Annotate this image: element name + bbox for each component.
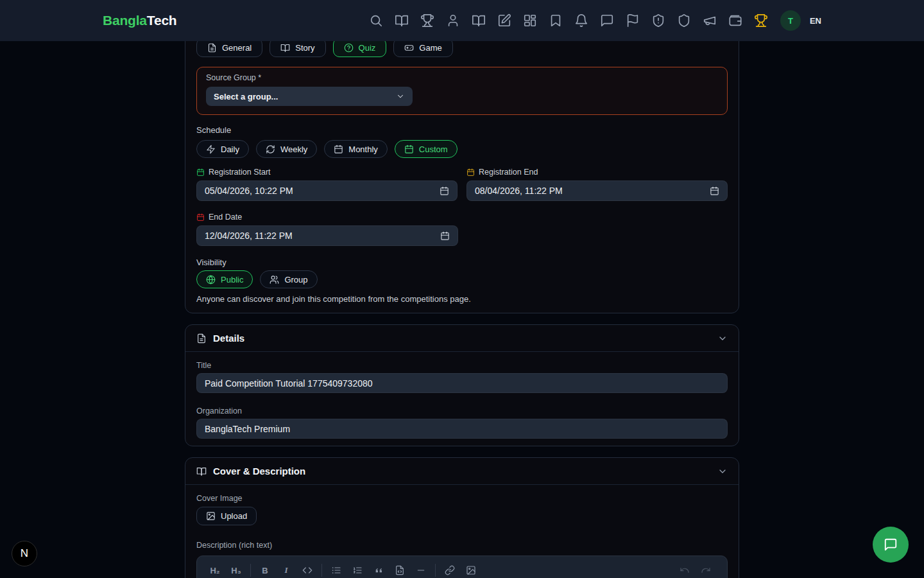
chevron-down-icon[interactable] <box>717 333 728 344</box>
toolbar-heading2-button[interactable]: H₂ <box>206 561 224 578</box>
avatar[interactable]: T <box>780 10 801 31</box>
shield-alert-icon <box>651 13 665 28</box>
nav-shield-alert-button[interactable] <box>651 13 666 28</box>
toolbar-separator <box>250 564 251 577</box>
brand-logo[interactable]: BanglaTech <box>103 13 176 28</box>
details-card-header[interactable]: Details <box>185 325 739 352</box>
layout-dashboard-icon <box>523 13 537 28</box>
horizontal-rule-icon <box>416 565 426 575</box>
end-date-input[interactable]: 12/04/2026, 11:22 PM <box>196 225 458 246</box>
shield-icon <box>677 13 691 28</box>
schedule-custom-button[interactable]: Custom <box>395 140 458 158</box>
language-switcher[interactable]: EN <box>810 16 821 26</box>
nav-book-open-button[interactable] <box>471 13 486 28</box>
registration-start-label: Registration Start <box>209 168 271 177</box>
cover-card-header[interactable]: Cover & Description <box>185 458 739 485</box>
details-section-title: Details <box>213 333 244 344</box>
date-picker-icon[interactable] <box>440 186 449 196</box>
calendar-icon <box>466 168 475 177</box>
nextjs-dev-badge[interactable]: N <box>12 541 37 566</box>
visibility-group-button[interactable]: Group <box>260 270 317 288</box>
toolbar-code-button[interactable] <box>298 561 316 578</box>
nav-message-square-button[interactable] <box>599 13 615 28</box>
toolbar-history-group <box>676 561 718 578</box>
toolbar-link-button[interactable] <box>441 561 459 578</box>
nav-shield-button[interactable] <box>676 13 692 28</box>
upload-button-label: Upload <box>221 511 247 521</box>
nav-search-button[interactable] <box>368 13 384 28</box>
source-group-select[interactable]: Select a group... <box>206 87 413 106</box>
nav-trophy-button[interactable] <box>420 13 435 28</box>
nav-layout-dashboard-button[interactable] <box>522 13 538 28</box>
toolbar-ordered-list-button[interactable] <box>348 561 366 578</box>
registration-end-label: Registration End <box>479 168 538 177</box>
nav-flag-button[interactable] <box>625 13 640 28</box>
schedule-options: Daily Weekly Monthly Custom <box>196 140 728 158</box>
nav-user-button[interactable] <box>445 13 461 28</box>
visibility-group-label: Group <box>284 275 307 285</box>
toolbar-file-code-button[interactable] <box>391 561 409 578</box>
toolbar-image-button[interactable] <box>462 561 480 578</box>
toolbar-heading3-button[interactable]: H₃ <box>227 561 245 578</box>
toolbar-quote-button[interactable] <box>370 561 388 578</box>
app-header: BanglaTech T EN <box>0 0 924 41</box>
refresh-icon <box>266 144 275 154</box>
nav-megaphone-button[interactable] <box>702 13 717 28</box>
details-card: Details Title Paid Competition Tutorial … <box>185 324 739 446</box>
bell-icon <box>574 13 588 28</box>
header-nav <box>358 13 769 28</box>
registration-end-value: 08/04/2026, 11:22 PM <box>475 186 563 196</box>
date-picker-icon[interactable] <box>710 186 719 196</box>
editor-toolbar: H₂H₃BI <box>197 556 727 578</box>
toolbar-separator <box>435 564 436 577</box>
toolbar-bullet-list-button[interactable] <box>327 561 345 578</box>
calendar-icon <box>196 168 205 177</box>
book-open-icon <box>280 43 290 53</box>
undo-icon <box>680 565 690 575</box>
visibility-options: Public Group <box>196 270 728 288</box>
cover-section-title: Cover & Description <box>213 466 305 477</box>
description-label: Description (rich text) <box>196 541 728 550</box>
date-picker-icon[interactable] <box>440 231 450 241</box>
upload-button[interactable]: Upload <box>196 507 257 525</box>
schedule-weekly-button[interactable]: Weekly <box>256 140 317 158</box>
schedule-daily-button[interactable]: Daily <box>196 140 249 158</box>
schedule-monthly-button[interactable]: Monthly <box>324 140 388 158</box>
rich-text-editor[interactable]: H₂H₃BI <box>196 556 728 578</box>
schedule-weekly-label: Weekly <box>280 144 307 154</box>
chat-fab-button[interactable] <box>873 527 909 563</box>
search-icon <box>369 13 383 28</box>
registration-dates-row: Registration Start 05/04/2026, 10:22 PM … <box>196 168 728 201</box>
file-text-icon <box>207 43 217 53</box>
organization-input[interactable]: BanglaTech Premium <box>196 419 728 439</box>
nav-square-pen-button[interactable] <box>497 13 512 28</box>
visibility-public-label: Public <box>221 275 243 285</box>
toolbar-horizontal-rule-button[interactable] <box>412 561 430 578</box>
nav-trophy-gold-button[interactable] <box>753 13 769 28</box>
toolbar-separator <box>321 564 322 577</box>
nav-bell-button[interactable] <box>574 13 589 28</box>
schedule-label: Schedule <box>196 125 728 135</box>
details-card-body: Title Paid Competition Tutorial 17754097… <box>185 352 739 439</box>
chevron-down-icon[interactable] <box>717 466 728 477</box>
title-label: Title <box>196 361 728 370</box>
redo-icon <box>701 565 711 575</box>
registration-end-input[interactable]: 08/04/2026, 11:22 PM <box>466 180 728 201</box>
tab-story-label: Story <box>295 43 314 53</box>
registration-start-input[interactable]: 05/04/2026, 10:22 PM <box>196 180 458 201</box>
ordered-list-icon <box>352 565 363 575</box>
visibility-public-button[interactable]: Public <box>196 270 253 288</box>
link-icon <box>445 565 455 575</box>
nav-wallet-button[interactable] <box>728 13 743 28</box>
toolbar-redo-button[interactable] <box>697 561 715 578</box>
toolbar-italic-button[interactable]: I <box>277 561 295 578</box>
title-input[interactable]: Paid Competition Tutorial 1775409732080 <box>196 373 728 393</box>
source-group-label: Source Group * <box>206 73 718 82</box>
registration-end-field: Registration End 08/04/2026, 11:22 PM <box>466 168 728 201</box>
nav-bookmark-button[interactable] <box>548 13 563 28</box>
toolbar-bold-button[interactable]: B <box>256 561 274 578</box>
tab-game-label: Game <box>419 43 441 53</box>
nav-book-open-button[interactable] <box>394 13 409 28</box>
toolbar-undo-button[interactable] <box>676 561 694 578</box>
competition-setup-card: General Story Quiz Game Source Group * S… <box>185 19 739 313</box>
